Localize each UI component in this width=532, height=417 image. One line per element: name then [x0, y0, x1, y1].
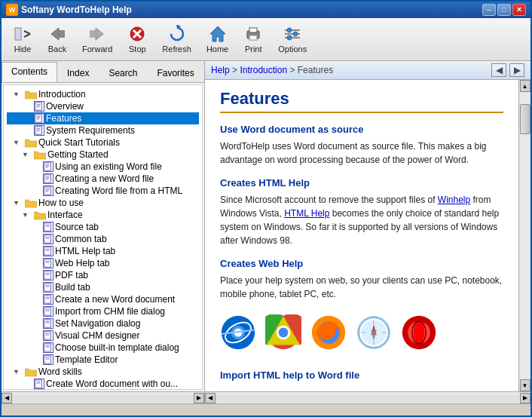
svg-text:W: W	[9, 6, 16, 14]
tree-item-features[interactable]: Features	[7, 112, 199, 124]
back-button[interactable]: Back	[41, 21, 74, 57]
ie-icon	[220, 314, 256, 353]
tree-item-sysreq[interactable]: System Requirements	[7, 124, 199, 136]
section-title-2: Creates HTML Help	[220, 177, 503, 189]
tree-item-createhtml[interactable]: Creating Word file from a HTML	[7, 185, 199, 197]
tree-label-sourcetab: Source tab	[55, 222, 99, 232]
main-window: W Softany WordToHelp Help ─ □ ✕ Hide	[0, 0, 532, 417]
tab-search[interactable]: Search	[99, 63, 147, 82]
toolbar: Hide Back Forward	[2, 18, 530, 61]
tree-label-webhelptab: Web Help tab	[55, 258, 110, 268]
close-button[interactable]: ✕	[512, 4, 526, 16]
scroll-left[interactable]: ◀	[2, 393, 12, 403]
tree-item-interface[interactable]: ▼ Interface	[7, 209, 199, 221]
right-scroll-right[interactable]: ▶	[520, 393, 530, 403]
tree-item-webhelptab[interactable]: Web Help tab	[7, 257, 199, 269]
tree-item-gettingstarted[interactable]: ▼ Getting Started	[7, 149, 199, 161]
breadcrumb-sep1: >	[232, 65, 240, 75]
svg-marker-13	[210, 26, 225, 41]
right-scroll-track	[216, 394, 520, 402]
tree-item-overview[interactable]: Overview	[7, 100, 199, 112]
maximize-button[interactable]: □	[497, 4, 511, 16]
window-controls: ─ □ ✕	[482, 4, 526, 16]
status-bar	[2, 403, 530, 415]
tree-item-templateeditor[interactable]: Template Editor	[7, 354, 199, 366]
svg-rect-32	[35, 127, 42, 134]
tree-item-buildtab[interactable]: Build tab	[7, 281, 199, 293]
options-button[interactable]: Options	[271, 21, 313, 57]
forward-label: Forward	[82, 44, 112, 54]
tree-item-choosetemplate[interactable]: Choose built-in template dialog	[7, 342, 199, 354]
expand-icon: ▼	[13, 139, 25, 146]
tree-item-wordskills[interactable]: ▼ Word skills	[7, 366, 199, 378]
tree-label-createworddoc: Create Word document with ou...	[46, 379, 178, 389]
svg-rect-51	[44, 235, 51, 243]
scroll-thumb[interactable]	[520, 104, 530, 134]
svg-point-23	[287, 35, 292, 40]
section-body-2: Since Microsoft account to remove the su…	[220, 193, 503, 247]
window-title: Softany WordToHelp Help	[21, 5, 479, 15]
svg-point-17	[257, 32, 258, 34]
tree-item-htmlhelptab[interactable]: HTML Help tab	[7, 245, 199, 257]
tree-item-createnewword[interactable]: Create a new Word document	[7, 293, 199, 305]
breadcrumb-features: Features	[298, 65, 333, 75]
svg-rect-75	[44, 332, 51, 339]
refresh-button[interactable]: Refresh	[155, 21, 198, 57]
expand-icon: ▼	[22, 151, 34, 158]
print-label: Print	[245, 44, 262, 54]
print-button[interactable]: Print	[237, 21, 270, 57]
right-scrollbar[interactable]: ▲ ▼	[518, 80, 530, 391]
doc-icon-importchm	[43, 306, 54, 317]
scroll-right[interactable]: ▶	[194, 393, 204, 403]
tree-item-commontab[interactable]: Common tab	[7, 233, 199, 245]
right-horizontal-scrollbar[interactable]: ◀ ▶	[205, 391, 530, 403]
prev-arrow[interactable]: ◀	[491, 63, 506, 77]
tree-item-introduction[interactable]: ▼ Introduction	[7, 88, 199, 100]
right-scroll-left[interactable]: ◀	[205, 393, 216, 403]
tree-item-pdftab[interactable]: PDF tab	[7, 269, 199, 281]
hide-button[interactable]: Hide	[6, 21, 39, 57]
tree-item-usingexisting[interactable]: Using an existing Word file	[7, 161, 199, 173]
tree-item-setnavigation[interactable]: Set Navigation dialog	[7, 317, 199, 330]
scroll-up-arrow[interactable]: ▲	[520, 80, 530, 92]
home-button[interactable]: Home	[200, 21, 235, 57]
scroll-track	[12, 394, 194, 402]
tree-item-sourcetab[interactable]: Source tab	[7, 221, 199, 233]
svg-marker-7	[96, 28, 103, 40]
tree-item-howtouse[interactable]: ▼ How to use	[7, 197, 199, 209]
tab-index[interactable]: Index	[57, 63, 99, 82]
tree-item-createworddoc[interactable]: Create Word document with ou...	[7, 378, 199, 390]
winhelp-link[interactable]: Winhelp	[438, 195, 470, 205]
tree-label-introduction: Introduction	[38, 89, 86, 100]
tree-area[interactable]: ▼ Introduction Overview	[3, 84, 203, 390]
forward-button[interactable]: Forward	[75, 21, 119, 57]
refresh-label: Refresh	[162, 44, 191, 54]
tree-item-createnew[interactable]: Creating a new Word file	[7, 173, 199, 185]
tree-label-choosetemplate: Choose built-in template dialog	[55, 342, 179, 353]
breadcrumb-intro[interactable]: Introduction	[240, 65, 287, 75]
horizontal-scrollbar[interactable]: ◀ ▶	[2, 391, 204, 403]
tab-favorites[interactable]: Favorites	[147, 63, 203, 82]
tree-label-interface: Interface	[47, 210, 83, 220]
stop-button[interactable]: Stop	[121, 21, 154, 57]
opera-icon	[401, 314, 437, 353]
hide-label: Hide	[14, 44, 32, 54]
scroll-down-arrow[interactable]: ▼	[520, 379, 530, 391]
doc-icon	[34, 101, 44, 112]
svg-rect-81	[44, 356, 51, 363]
tabs-bar: Contents Index Search Favorites	[2, 61, 204, 83]
next-arrow[interactable]: ▶	[509, 63, 524, 77]
tree-item-visualchm[interactable]: Visual CHM designer	[7, 330, 199, 342]
tree-item-importchm[interactable]: Import from CHM file dialog	[7, 305, 199, 317]
app-icon: W	[6, 4, 18, 16]
content-area: Features Use Word document as source Wor…	[205, 80, 518, 391]
tab-contents[interactable]: Contents	[2, 62, 57, 82]
tree-item-quickstart[interactable]: ▼ Quick Start Tutorials	[7, 136, 199, 149]
html-help-link[interactable]: HTML Help	[284, 208, 329, 219]
svg-rect-72	[44, 320, 51, 327]
tree-label-gettingstarted: Getting Started	[47, 149, 109, 160]
minimize-button[interactable]: ─	[482, 4, 496, 16]
svg-point-21	[287, 28, 292, 32]
breadcrumb-help[interactable]: Help	[211, 65, 230, 75]
doc-icon-usingexisting	[43, 161, 54, 172]
